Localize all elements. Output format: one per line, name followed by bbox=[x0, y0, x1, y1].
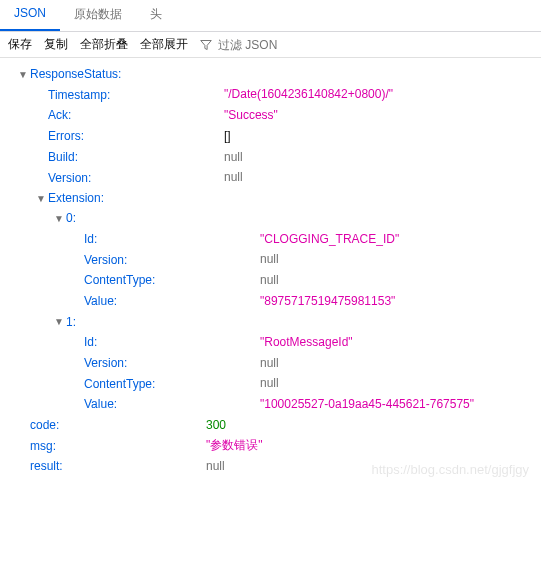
value: "/Date(1604236140842+0800)/" bbox=[224, 84, 393, 104]
node-extension-0-value[interactable]: ▼Value: "8975717519475981153" bbox=[4, 291, 537, 312]
key-label: Errors bbox=[48, 126, 81, 146]
node-code[interactable]: ▼code: 300 bbox=[4, 415, 537, 436]
key-label: Id bbox=[84, 229, 94, 249]
node-extension-1-version[interactable]: ▼Version: null bbox=[4, 353, 537, 374]
tab-headers[interactable]: 头 bbox=[136, 0, 176, 31]
value: "CLOGGING_TRACE_ID" bbox=[260, 229, 399, 249]
key-label: code bbox=[30, 415, 56, 435]
node-extension-1-value[interactable]: ▼Value: "100025527-0a19aa45-445621-76757… bbox=[4, 394, 537, 415]
filter-wrap bbox=[200, 37, 336, 53]
node-version[interactable]: ▼Version: null bbox=[4, 167, 537, 188]
toolbar: 保存 复制 全部折叠 全部展开 bbox=[0, 32, 541, 58]
key-label: Version bbox=[84, 353, 124, 373]
value: null bbox=[260, 353, 279, 373]
collapse-all-button[interactable]: 全部折叠 bbox=[80, 36, 128, 53]
key-label: ResponseStatus bbox=[30, 64, 118, 84]
key-label: Id bbox=[84, 332, 94, 352]
key-label: Version bbox=[48, 168, 88, 188]
value: "100025527-0a19aa45-445621-767575" bbox=[260, 394, 474, 414]
tab-raw[interactable]: 原始数据 bbox=[60, 0, 136, 31]
node-extension-0-version[interactable]: ▼Version: null bbox=[4, 249, 537, 270]
node-extension-1-contentType[interactable]: ▼ContentType: null bbox=[4, 373, 537, 394]
node-timestamp[interactable]: ▼Timestamp: "/Date(1604236140842+0800)/" bbox=[4, 84, 537, 105]
value: null bbox=[206, 456, 225, 476]
value: null bbox=[260, 373, 279, 393]
node-result[interactable]: ▼result: null bbox=[4, 456, 537, 477]
node-extension-0-contentType[interactable]: ▼ContentType: null bbox=[4, 270, 537, 291]
node-build[interactable]: ▼Build: null bbox=[4, 147, 537, 168]
key-label: Extension bbox=[48, 188, 101, 208]
node-errors[interactable]: ▼Errors: [] bbox=[4, 126, 537, 147]
key-label: 0 bbox=[66, 208, 73, 228]
value: "RootMessageId" bbox=[260, 332, 353, 352]
key-label: ContentType bbox=[84, 270, 152, 290]
value: null bbox=[224, 147, 243, 167]
key-label: ContentType bbox=[84, 374, 152, 394]
json-tree: ▼ResponseStatus: ▼Timestamp: "/Date(1604… bbox=[0, 58, 541, 497]
caret-down-icon[interactable]: ▼ bbox=[54, 210, 64, 227]
caret-down-icon[interactable]: ▼ bbox=[18, 66, 28, 83]
value: [] bbox=[224, 126, 231, 146]
key-label: msg bbox=[30, 436, 53, 456]
value: 300 bbox=[206, 415, 226, 435]
save-button[interactable]: 保存 bbox=[8, 36, 32, 53]
value: null bbox=[224, 167, 243, 187]
node-extension-0[interactable]: ▼0: bbox=[4, 208, 537, 228]
funnel-icon bbox=[200, 39, 212, 51]
node-extension-1-id[interactable]: ▼Id: "RootMessageId" bbox=[4, 332, 537, 353]
value: "Success" bbox=[224, 105, 278, 125]
value: null bbox=[260, 249, 279, 269]
key-label: result bbox=[30, 456, 59, 476]
value: "8975717519475981153" bbox=[260, 291, 395, 311]
node-extension[interactable]: ▼Extension: bbox=[4, 188, 537, 208]
key-label: Build bbox=[48, 147, 75, 167]
caret-down-icon[interactable]: ▼ bbox=[36, 190, 46, 207]
key-label: Version bbox=[84, 250, 124, 270]
node-msg[interactable]: ▼msg: "参数错误" bbox=[4, 435, 537, 456]
filter-json-input[interactable] bbox=[216, 37, 336, 53]
copy-button[interactable]: 复制 bbox=[44, 36, 68, 53]
value: "参数错误" bbox=[206, 435, 263, 455]
tab-json[interactable]: JSON bbox=[0, 0, 60, 31]
key-label: Value bbox=[84, 394, 114, 414]
key-label: Value bbox=[84, 291, 114, 311]
node-ack[interactable]: ▼Ack: "Success" bbox=[4, 105, 537, 126]
node-extension-0-id[interactable]: ▼Id: "CLOGGING_TRACE_ID" bbox=[4, 229, 537, 250]
key-label: Timestamp bbox=[48, 85, 107, 105]
node-responseStatus[interactable]: ▼ResponseStatus: bbox=[4, 64, 537, 84]
tabs-bar: JSON 原始数据 头 bbox=[0, 0, 541, 32]
value: null bbox=[260, 270, 279, 290]
caret-down-icon[interactable]: ▼ bbox=[54, 313, 64, 330]
key-label: Ack bbox=[48, 105, 68, 125]
expand-all-button[interactable]: 全部展开 bbox=[140, 36, 188, 53]
node-extension-1[interactable]: ▼1: bbox=[4, 312, 537, 332]
key-label: 1 bbox=[66, 312, 73, 332]
